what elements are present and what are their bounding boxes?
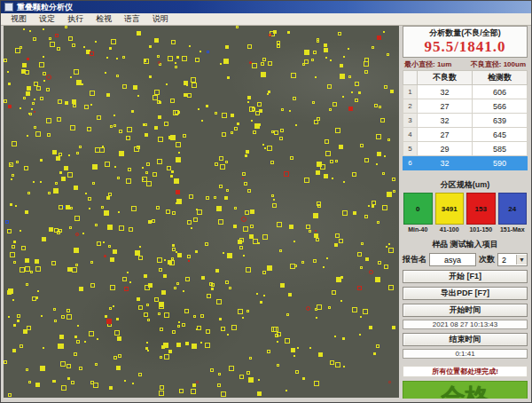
normal-marker-icon [126, 136, 130, 140]
normal-marker-icon [122, 56, 125, 59]
defect-marker-icon [315, 230, 317, 232]
normal-marker-icon [137, 31, 141, 36]
normal-marker-icon [84, 105, 89, 109]
zone-box-41-100[interactable]: 3491 [435, 193, 465, 225]
normal-marker-icon [61, 385, 66, 391]
main-content: 分析数量(不良/全部) 95.5/1841.0 最小直径: 1um 不良直径: … [1, 25, 531, 399]
normal-marker-icon [26, 368, 28, 371]
normal-marker-icon [110, 125, 113, 128]
normal-marker-icon [372, 46, 374, 49]
normal-marker-icon [20, 267, 25, 273]
normal-marker-icon [330, 360, 334, 365]
normal-marker-icon [191, 389, 196, 394]
specimen-image[interactable] [4, 26, 399, 398]
start-time-button[interactable]: 开始时间 [403, 304, 528, 317]
normal-marker-icon [196, 209, 198, 210]
normal-marker-icon [382, 205, 387, 210]
title-bar[interactable]: 重叠颗粒分析仪 [1, 1, 531, 13]
zone-box-Min-40[interactable]: 0 [403, 193, 433, 225]
normal-marker-icon [147, 319, 150, 321]
normal-marker-icon [280, 283, 285, 288]
normal-marker-icon [223, 59, 229, 64]
normal-marker-icon [153, 95, 158, 100]
normal-marker-icon [343, 56, 345, 58]
normal-marker-icon [124, 380, 126, 382]
normal-marker-icon [262, 58, 266, 61]
normal-marker-icon [293, 97, 296, 100]
normal-marker-icon [139, 246, 141, 248]
menu-item-2[interactable]: 执行 [61, 13, 90, 25]
normal-marker-icon [184, 309, 189, 313]
normal-marker-icon [20, 107, 21, 109]
normal-marker-icon [365, 257, 369, 261]
normal-marker-icon [176, 282, 179, 285]
table-row[interactable]: 632590 [403, 156, 528, 170]
menu-item-0[interactable]: 视图 [4, 13, 33, 25]
normal-marker-icon [364, 158, 369, 162]
normal-marker-icon [264, 147, 266, 149]
table-row[interactable]: 132606 [403, 85, 528, 99]
menu-item-3[interactable]: 检视 [90, 13, 118, 25]
zone-box-101-150[interactable]: 153 [466, 193, 496, 225]
export-pdf-button[interactable]: 导出PDF [F7] [403, 287, 528, 300]
normal-marker-icon [40, 181, 42, 183]
normal-marker-icon [73, 104, 76, 107]
normal-marker-icon [69, 226, 72, 229]
run-count-select[interactable]: 2 ▼ [497, 253, 528, 266]
normal-marker-icon [59, 344, 64, 349]
normal-marker-icon [104, 210, 109, 216]
normal-marker-icon [343, 366, 345, 367]
normal-marker-icon [261, 72, 266, 77]
table-row[interactable]: 529585 [403, 142, 528, 156]
normal-marker-icon [348, 75, 351, 78]
table-row[interactable]: 427645 [403, 128, 528, 142]
normal-marker-icon [295, 370, 299, 374]
table-row[interactable]: 332639 [403, 114, 528, 128]
menu-item-5[interactable]: 说明 [146, 13, 175, 25]
zone-box-151-Max[interactable]: 24 [498, 193, 528, 225]
control-panel: 分析数量(不良/全部) 95.5/1841.0 最小直径: 1um 不良直径: … [399, 25, 531, 399]
normal-marker-icon [325, 139, 329, 144]
normal-marker-icon [20, 344, 23, 348]
normal-marker-icon [359, 334, 361, 336]
normal-marker-icon [20, 46, 22, 49]
normal-marker-icon [133, 85, 137, 90]
normal-marker-icon [90, 283, 95, 288]
normal-marker-icon [267, 146, 272, 151]
normal-marker-icon [65, 26, 67, 28]
normal-marker-icon [219, 185, 223, 188]
normal-marker-icon [216, 206, 222, 211]
normal-marker-icon [129, 227, 133, 232]
normal-marker-icon [57, 47, 60, 51]
normal-marker-icon [253, 130, 256, 134]
normal-marker-icon [246, 310, 249, 312]
normal-marker-icon [27, 135, 28, 137]
normal-marker-icon [105, 162, 110, 167]
normal-marker-icon [324, 48, 328, 52]
start-button[interactable]: 开始 [F1] [403, 270, 528, 283]
end-time-button[interactable]: 结束时间 [403, 333, 528, 346]
normal-marker-icon [159, 391, 164, 396]
defect-marker-icon [196, 381, 199, 383]
normal-marker-icon [234, 127, 238, 130]
normal-marker-icon [106, 57, 108, 59]
normal-marker-icon [384, 155, 386, 157]
menu-item-4[interactable]: 语言 [118, 13, 146, 25]
start-time-value: 2021 08 27 10:13:43 [403, 320, 528, 329]
normal-marker-icon [211, 283, 215, 287]
normal-marker-icon [176, 199, 182, 204]
normal-marker-icon [277, 222, 282, 227]
zone-spec-group: 分区规格(um) 0349115324 Min-4041-100101-1501… [403, 179, 528, 233]
normal-marker-icon [67, 172, 73, 178]
normal-marker-icon [56, 156, 60, 161]
normal-marker-icon [237, 122, 239, 125]
table-row[interactable]: 227566 [403, 99, 528, 114]
normal-marker-icon [144, 274, 147, 278]
table-cell: 27 [418, 99, 473, 114]
window-bottom-edge [1, 399, 531, 402]
menu-item-1[interactable]: 设定 [33, 13, 61, 25]
chevron-down-icon[interactable]: ▼ [516, 255, 527, 265]
report-name-input[interactable] [429, 253, 476, 266]
table-cell: 32 [418, 85, 473, 99]
normal-marker-icon [131, 110, 134, 113]
